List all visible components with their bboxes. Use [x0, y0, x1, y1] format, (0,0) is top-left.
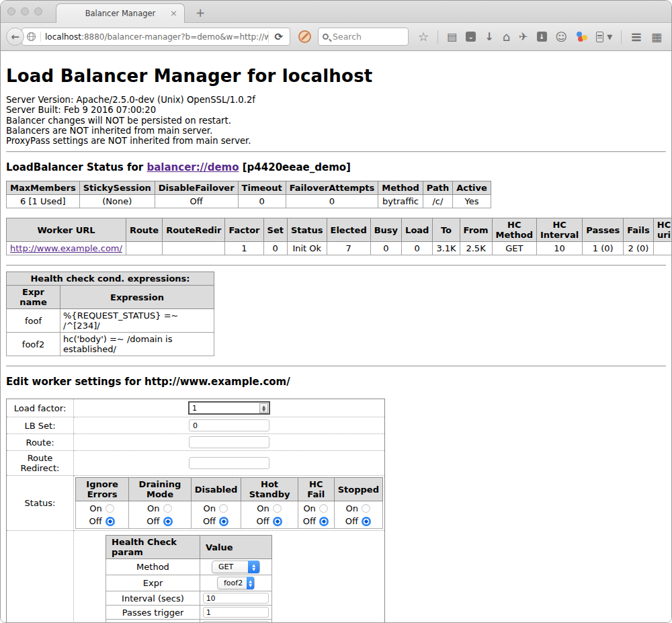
form-row: Load factor: ▲▼: [7, 399, 385, 417]
window-zoom-button[interactable]: [34, 7, 42, 15]
menu-hamburger-icon[interactable]: ≡: [630, 29, 642, 45]
search-bar[interactable]: [318, 28, 409, 46]
field-label: Route Redirect:: [7, 451, 74, 476]
hc-param-row: Method GET ▲▼: [106, 559, 272, 575]
col-header: Ignore Errors: [76, 478, 129, 501]
sidebar-panel-icon[interactable]: [596, 32, 603, 42]
col-header: Fails: [624, 218, 654, 242]
keyboard-grid-icon[interactable]: ▦: [651, 30, 662, 44]
number-spinner[interactable]: ▲▼: [259, 403, 268, 413]
tab-bar: Balancer Manager × +: [1, 1, 671, 22]
expr-name: foof2: [7, 333, 60, 356]
passes-input[interactable]: [203, 607, 269, 618]
radio-ignore-errors-off[interactable]: [106, 517, 115, 526]
chevron-down-icon[interactable]: ▾: [607, 32, 612, 42]
nav-toolbar: ← localhost:8880/balancer-manager?b=demo…: [1, 22, 671, 51]
expr-name: foof: [7, 309, 60, 333]
content-blocker-icon[interactable]: [298, 30, 311, 43]
home-icon[interactable]: ⌂: [503, 32, 510, 42]
col-header: DisableFailover: [155, 181, 238, 195]
cell: GET: [492, 242, 536, 255]
reading-list-icon[interactable]: ▤: [447, 32, 457, 42]
lb-set-input[interactable]: [189, 419, 269, 431]
on-label: On: [203, 503, 216, 513]
page-title: Load Balancer Manager for localhost: [6, 66, 666, 86]
url-domain: localhost: [45, 32, 81, 42]
col-header: Active: [453, 181, 491, 195]
browser-window: Balancer Manager × + ← localhost:8880/ba…: [0, 0, 672, 623]
off-label: Off: [303, 516, 316, 526]
radio-disabled-off[interactable]: [219, 517, 228, 526]
balancer-status-heading: LoadBalancer Status for balancer://demo …: [6, 161, 666, 173]
spin-down-icon[interactable]: ▼: [262, 408, 265, 411]
share-colors-icon[interactable]: [576, 32, 587, 42]
forum-smiley-icon[interactable]: ☺: [556, 32, 568, 42]
radio-draining-mode-on[interactable]: [163, 504, 172, 513]
window-close-button[interactable]: [7, 7, 15, 15]
on-label: On: [146, 503, 159, 513]
new-tab-button[interactable]: +: [196, 6, 205, 19]
radio-hc-fail-off[interactable]: [319, 517, 329, 526]
cell: 1 (0): [583, 242, 624, 255]
status-row: Status: Ignore Errors Draining Mode Disa…: [7, 476, 385, 531]
route-input[interactable]: [189, 436, 269, 448]
radio-stopped-on[interactable]: [362, 504, 370, 513]
reload-button[interactable]: ⟳: [268, 31, 286, 43]
radio-draining-mode-off[interactable]: [163, 517, 173, 526]
load-factor-input[interactable]: [190, 404, 259, 413]
back-icon: ←: [11, 31, 19, 43]
col-header: Set: [263, 218, 287, 242]
route-redirect-input[interactable]: [189, 457, 269, 469]
param-label: Expr: [106, 575, 200, 591]
url-path: :8880/balancer-manager?b=demo&w=http://w…: [81, 32, 269, 42]
send-tab-icon[interactable]: ✈: [519, 32, 528, 42]
worker-url-link[interactable]: http://www.example.com/: [10, 243, 122, 253]
col-header: Stopped: [334, 478, 382, 501]
method-select[interactable]: GET ▲▼: [212, 560, 260, 573]
col-header: Busy: [370, 218, 401, 242]
tab-close-icon[interactable]: ×: [170, 8, 177, 18]
col-header: Route: [126, 218, 162, 242]
field-label: Status:: [7, 476, 74, 531]
back-button[interactable]: ←: [6, 28, 24, 46]
hc-params-row: Health Check param Value Method GET ▲▼: [7, 531, 385, 622]
radio-hot-standby-off[interactable]: [273, 517, 282, 526]
interval-input[interactable]: [203, 593, 269, 604]
balancer-demo-link[interactable]: balancer://demo: [146, 161, 239, 173]
worker-row: http://www.example.com/ 1 0 Init Ok 7 0 …: [7, 242, 672, 255]
pocket-icon[interactable]: ⌄: [466, 32, 476, 42]
url-bar[interactable]: localhost:8880/balancer-manager?b=demo&w…: [22, 28, 290, 46]
download-icon[interactable]: ↓: [485, 32, 493, 42]
col-header: Passes: [583, 218, 624, 242]
radio-stopped-off[interactable]: [362, 517, 371, 526]
radio-ignore-errors-on[interactable]: [106, 504, 114, 513]
toolbar-separator: [437, 30, 438, 44]
empty-cell: [7, 531, 74, 622]
cell: Yes: [453, 195, 491, 208]
search-input[interactable]: [333, 32, 393, 42]
fails-input[interactable]: [203, 621, 269, 622]
table-title-row: Health check cond. expressions:: [7, 272, 214, 286]
cell: /c/: [423, 195, 452, 208]
radio-hc-fail-on[interactable]: [319, 504, 328, 513]
radio-disabled-on[interactable]: [219, 504, 228, 513]
url-text[interactable]: localhost:8880/balancer-manager?b=demo&w…: [45, 32, 268, 42]
cell: (None): [79, 195, 155, 208]
cell: 0: [370, 242, 401, 255]
cell: 2 (0): [624, 242, 654, 255]
panel-download-icon[interactable]: ↓: [537, 32, 547, 42]
col-header: Disabled: [191, 478, 241, 501]
radio-hot-standby-on[interactable]: [273, 504, 282, 513]
note-line: Balancers are NOT inherited from main se…: [6, 126, 666, 136]
col-header: Expression: [60, 286, 214, 309]
window-minimize-button[interactable]: [21, 7, 29, 15]
select-stepper-icon: ▲▼: [248, 560, 259, 573]
server-built-line: Server Built: Feb 9 2016 07:00:20: [6, 105, 666, 115]
status-table: Ignore Errors Draining Mode Disabled Hot…: [75, 477, 383, 529]
edit-worker-form: Load factor: ▲▼ LB Set: Route: Route Red…: [6, 399, 385, 622]
tab-balancer-manager[interactable]: Balancer Manager ×: [56, 3, 185, 23]
expr-select[interactable]: foof2 ▲▼: [217, 577, 255, 589]
cell: Init Ok: [287, 242, 327, 255]
divider: [6, 265, 666, 266]
bookmark-star-icon[interactable]: ☆: [418, 32, 429, 42]
